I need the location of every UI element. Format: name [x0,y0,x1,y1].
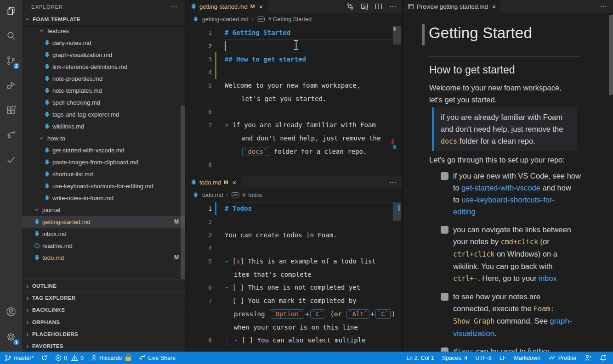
close-icon[interactable]: × [259,3,263,11]
formatter-item[interactable]: ✓✓ Prettier [548,354,577,361]
tree-folder-journal[interactable]: ›journal [22,204,185,216]
indentation-item[interactable]: Spaces: 4 [442,355,468,361]
code-line[interactable]: 2 [186,215,402,229]
wikilink[interactable]: graph- [550,317,572,325]
tree-file-inbox.md[interactable]: inbox.md [22,228,185,240]
code-line[interactable]: 6 [186,105,402,118]
workspace-root-row[interactable]: › FOAM-TEMPLATE [22,14,185,25]
code-line[interactable]: 4 [186,66,402,79]
tree-file-note-templates.md[interactable]: note-templates.md [22,84,185,96]
code-line[interactable]: 2 [186,39,402,53]
explorer-icon[interactable] [0,0,22,22]
code-line[interactable]: 5Welcome to your new foam workspace, [186,79,402,92]
tree-file-graph-visualization.md[interactable]: graph-visualization.md [22,49,185,61]
open-preview-icon[interactable] [361,3,368,10]
git-branch-item[interactable]: master* [5,354,34,362]
eol-item[interactable]: LF [499,355,506,361]
sidebar-more-actions-icon[interactable]: ⋯ [170,3,178,11]
tree-file-paste-images-from-clipboard.md[interactable]: paste-images-from-clipboard.md [22,156,185,168]
tree-folder-how-to[interactable]: ›how-to [22,132,185,144]
tab-todo[interactable]: todo.md M × [186,176,241,189]
code-line[interactable]: 4 [186,241,402,255]
tasks-check-icon[interactable] [0,149,22,171]
tree-file-get-started-with-vscode.md[interactable]: get-started-with-vscode.md [22,144,185,156]
tree-file-getting-started.md[interactable]: getting-started.mdM [22,216,185,228]
tree-file-link-reference-definitions.md[interactable]: link-reference-definitions.md [22,61,185,73]
tree-file-readme.md[interactable]: readme.md [22,240,185,252]
tree-file-wikilinks.md[interactable]: wikilinks.md [22,120,185,132]
code-line[interactable]: 3You can create todos in Foam. [186,228,402,241]
code-line[interactable]: when your cursor is on this line [186,320,402,334]
wikilink[interactable]: use-keyboard-shortcuts-for- [461,196,555,204]
problems-item[interactable]: 0 0 [55,355,84,361]
tree-file-use-keyboard-shortcuts-for-editing.md[interactable]: use-keyboard-shortcuts-for-editing.md [22,180,185,192]
run-debug-icon[interactable] [0,74,22,96]
wikilink[interactable]: editing [453,207,476,216]
cursor-position-item[interactable]: Ln 2, Col 1 [406,355,434,361]
sidebar-section-tag-explorer[interactable]: ›TAG EXPLORER [22,291,185,303]
code-line[interactable]: 7> if you are already familiar with Foam [186,118,402,132]
breadcrumb-file[interactable]: todo.md [202,192,223,198]
sidebar-section-favorites[interactable]: ›FAVORITES [22,340,185,352]
code-line[interactable]: 3## How to get started [186,52,402,66]
more-actions-icon[interactable]: ⋯ [389,178,397,186]
tree-file-write-notes-in-foam.md[interactable]: write-notes-in-foam.md [22,192,185,204]
preview-scrollbar[interactable] [609,15,613,95]
code-line[interactable]: 1# Getting Started [186,26,402,39]
language-mode-item[interactable]: Markdown [514,355,540,361]
account-icon[interactable] [0,301,22,323]
code-line[interactable]: 8- [ ] You can also select multiple [186,334,402,347]
settings-gear-icon[interactable]: 1 [0,326,22,348]
code-line[interactable]: item that's complete [186,268,402,281]
minimap[interactable] [393,202,401,221]
code-line[interactable]: 7- [ ] You can mark it completed by [186,294,402,308]
code-line[interactable]: 1# Todos [186,202,402,215]
tree-file-spell-checking.md[interactable]: spell-checking.md [22,96,185,108]
editor-todo[interactable]: 1# Todos23You can create todos in Foam.4… [186,201,402,347]
more-actions-icon[interactable]: ⋯ [389,2,397,11]
code-line[interactable]: 8 [186,158,402,171]
tab-preview[interactable]: Preview getting-started.md × [403,0,500,13]
tree-file-todo.md[interactable]: todo.mdM [22,252,185,263]
sidebar-section-placeholders[interactable]: ›PLACEHOLDERS [22,328,185,340]
tab-getting-started[interactable]: getting-started.md M × [186,0,267,13]
code-line[interactable]: pressing `Option`+`C` (or `Alt`+`C`) [186,308,402,321]
code-line[interactable]: and don't need help, just remove the [186,132,402,145]
sidebar-section-orphans[interactable]: ›ORPHANS [22,316,185,328]
wikilink[interactable]: get-started-with-vscode [461,184,540,192]
sync-item[interactable] [41,354,48,361]
feedback-item[interactable] [585,354,592,361]
breadcrumb-file[interactable]: getting-started.md [202,16,249,22]
code-line[interactable]: `docs` folder for a clean repo. [186,145,402,158]
extensions-icon[interactable] [0,99,22,121]
tree-folder-features[interactable]: ›features [22,25,185,37]
sidebar-section-outline[interactable]: ›OUTLINE [22,280,185,291]
tree-file-tags-and-tag-explorer.md[interactable]: tags-and-tag-explorer.md [22,108,185,120]
source-control-icon[interactable]: 2 [0,50,22,72]
live-share-item[interactable]: Live Share [138,354,176,362]
notifications-item[interactable] [600,354,607,362]
code-line[interactable]: let's get you started. [186,92,402,105]
split-editor-icon[interactable] [375,3,382,10]
minimap[interactable] [393,26,401,45]
more-actions-icon[interactable]: ⋯ [600,2,607,11]
tree-file-note-properties.md[interactable]: note-properties.md [22,73,185,84]
code-line[interactable]: 5- [x] This is an example of a todo list [186,255,402,268]
compare-changes-icon[interactable] [346,3,354,10]
tree-file-shortcut-list.md[interactable]: shortcut-list.md [22,168,185,180]
search-icon[interactable] [0,25,22,47]
wikilink[interactable]: visualization [453,329,494,337]
breadcrumb-symbol[interactable]: # Getting Started [268,16,312,22]
tree-file-daily-notes.md[interactable]: daily-notes.md [22,37,185,49]
editor-getting-started[interactable]: 1# Getting Started23## How to get starte… [186,25,402,171]
sidebar-scrollbar[interactable] [181,106,185,279]
wikilink[interactable]: inbox [539,274,556,282]
close-icon[interactable]: × [492,3,496,11]
sidebar-section-backlinks[interactable]: ›BACKLINKS [22,304,185,316]
encoding-item[interactable]: UTF-8 [475,355,491,361]
close-icon[interactable]: × [233,179,237,186]
code-line[interactable]: 6- [ ] This one is not completed yet [186,281,402,294]
user-item[interactable]: Riccardo [91,354,131,361]
breadcrumb-symbol[interactable]: # Todos [243,192,263,198]
live-share-icon[interactable] [0,124,22,146]
